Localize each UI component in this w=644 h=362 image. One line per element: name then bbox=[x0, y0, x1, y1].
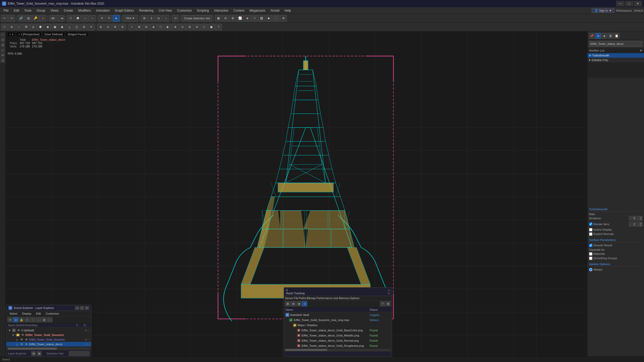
rotate-button[interactable]: ↻ bbox=[106, 15, 112, 22]
sidebar-hierarchy-button[interactable]: ⊞ bbox=[1, 43, 5, 47]
scene-explorer-display-menu[interactable]: Display bbox=[20, 312, 34, 316]
menu-graph-editors[interactable]: Graph Editors bbox=[112, 8, 136, 13]
quick-render-button[interactable]: ▶ bbox=[266, 15, 272, 22]
snap-toggle-button[interactable]: ⊞ bbox=[141, 15, 148, 22]
asset-tracking-scrollbar[interactable] bbox=[285, 349, 391, 351]
tb2-misc12[interactable]: ◼ bbox=[208, 24, 215, 30]
menu-content[interactable]: Content bbox=[231, 8, 247, 13]
select-circle-button[interactable]: ○ bbox=[89, 15, 96, 22]
scene-explorer-minimize-button[interactable]: — bbox=[75, 306, 79, 310]
tb2-snap2[interactable]: ⊙ bbox=[104, 24, 111, 30]
undo-button[interactable]: ↩ bbox=[1, 15, 8, 22]
layer-button[interactable]: ⊟ bbox=[222, 15, 229, 22]
menu-interactive[interactable]: Interactive bbox=[211, 8, 231, 13]
menu-create[interactable]: Create bbox=[61, 8, 76, 13]
tb2-btn-11[interactable]: ◫ bbox=[73, 24, 80, 30]
tb2-btn-1[interactable]: ⬡ bbox=[1, 24, 8, 30]
scene-explorer-scrollbar[interactable] bbox=[7, 348, 90, 350]
render-scene-button[interactable]: 🖼 bbox=[258, 15, 265, 22]
tb2-misc7[interactable]: ⊕ bbox=[172, 24, 178, 30]
at-item-metallic[interactable]: 🖼 Eiffel_Tower_statue_decor_Gold_Metalli… bbox=[284, 333, 392, 338]
select-region-button[interactable]: ⬢ bbox=[75, 15, 81, 22]
se-lock-button[interactable]: 🔒 bbox=[19, 317, 24, 322]
se-layer-button[interactable]: ⊟ bbox=[13, 317, 18, 322]
sidebar-modify-button[interactable]: ⊟ bbox=[1, 38, 5, 42]
sidebar-display-button[interactable]: 👁 bbox=[1, 53, 5, 58]
render-settings-button[interactable]: ⚙ bbox=[280, 15, 287, 22]
tb2-misc9[interactable]: ⊗ bbox=[186, 24, 193, 30]
at-options-menu[interactable]: Options bbox=[350, 297, 360, 300]
tb2-btn-2[interactable]: ⊛ bbox=[8, 24, 15, 30]
at-tb-btn2[interactable]: ⊟ bbox=[291, 301, 296, 306]
rp-pin-button[interactable]: 📌 bbox=[589, 33, 595, 39]
at-item-max-file[interactable]: M Eiffel_Tower_Gold_Souvenir_max_vray.ma… bbox=[284, 317, 392, 323]
at-paths-menu[interactable]: Paths bbox=[299, 297, 306, 300]
percent-snap-button[interactable]: % bbox=[155, 15, 162, 22]
tb2-misc2[interactable]: ⊞ bbox=[136, 24, 142, 30]
menu-group[interactable]: Group bbox=[34, 8, 48, 13]
object-prop-button[interactable]: ⊞ bbox=[230, 15, 236, 22]
scale-button[interactable]: ⬖ bbox=[113, 15, 120, 22]
tb2-btn-9[interactable]: ◉ bbox=[59, 24, 66, 30]
filter-dropdown[interactable]: All bbox=[49, 15, 64, 21]
expand-statue-decor[interactable]: ▷ bbox=[16, 343, 19, 346]
at-tb-btn1[interactable]: ⊞ bbox=[285, 301, 290, 306]
tb2-misc11[interactable]: ⬡ bbox=[201, 24, 207, 30]
tb2-misc5[interactable]: ⬡ bbox=[157, 24, 164, 30]
menu-file[interactable]: File bbox=[1, 8, 11, 13]
tb2-btn-7[interactable]: ◆ bbox=[44, 24, 51, 30]
explicit-normals-checkbox[interactable] bbox=[589, 232, 592, 236]
iterations-down[interactable]: ▼ bbox=[639, 218, 642, 221]
at-server-menu[interactable]: Server bbox=[285, 297, 293, 300]
asset-tracking-restore-button[interactable]: □ bbox=[388, 289, 390, 292]
menu-customize[interactable]: Customize bbox=[175, 8, 194, 13]
se-footer-icon2[interactable]: ⊕ bbox=[37, 351, 42, 356]
smoothing-groups-checkbox[interactable] bbox=[589, 257, 592, 260]
render-iters-input[interactable] bbox=[629, 222, 639, 226]
viewport-mode-tag[interactable]: + J [Perspective] bbox=[17, 32, 41, 36]
view-dropdown-button[interactable]: View ▼ bbox=[123, 15, 138, 22]
tb2-misc3[interactable]: ⧉ bbox=[143, 24, 150, 30]
redo-button[interactable]: ↪ bbox=[8, 15, 15, 22]
scene-explorer-edit-menu[interactable]: Edit bbox=[34, 312, 43, 316]
scene-tree-item-statue-decor[interactable]: ▷ 👁 👁 Eiffel_Tower_statue_decor ⚙ ○ bbox=[6, 342, 91, 347]
menu-tools[interactable]: Tools bbox=[22, 8, 34, 13]
viewport-edged-faces-tag[interactable]: [Edged Faces] bbox=[66, 32, 88, 36]
tb2-misc1[interactable]: ⌖ bbox=[128, 24, 135, 30]
se-options-button[interactable]: ⋮⋮ bbox=[47, 317, 52, 322]
render-iters-up[interactable]: ▲ bbox=[639, 222, 642, 224]
menu-views[interactable]: Views bbox=[48, 8, 61, 13]
angle-snap-button[interactable]: 3 bbox=[148, 15, 155, 22]
always-radio[interactable] bbox=[589, 268, 592, 271]
menu-help[interactable]: Help bbox=[282, 8, 294, 13]
at-item-basecolor[interactable]: 🖼 Eiffel_Tower_statue_decor_Gold_BaseCol… bbox=[284, 328, 392, 333]
sidebar-utilities-button[interactable]: ⚙ bbox=[1, 58, 5, 63]
create-selection-set-button[interactable]: Create Selection Set bbox=[182, 15, 212, 21]
iterations-up[interactable]: ▲ bbox=[639, 216, 642, 218]
wire-button[interactable]: ≈ bbox=[39, 15, 46, 22]
at-tb-btn3[interactable]: ⊕ bbox=[296, 301, 301, 306]
tb2-btn-6[interactable]: ⬟ bbox=[37, 24, 44, 30]
menu-megascans[interactable]: Megascans bbox=[247, 8, 268, 13]
select-object-button[interactable]: ⬡ bbox=[67, 15, 74, 22]
scene-tree-item-tower-object[interactable]: ▷ 👁 👁 Eiffel_Tower_Gold_Souvenir ⚙ ○ bbox=[6, 337, 91, 342]
selection-set-input[interactable] bbox=[69, 351, 89, 356]
maximize-button[interactable]: □ bbox=[625, 1, 633, 6]
close-button[interactable]: ✕ bbox=[634, 1, 642, 6]
tb2-btn-12[interactable]: ⊕ bbox=[80, 24, 87, 30]
scene-explorer-select-menu[interactable]: Select bbox=[7, 312, 20, 316]
scene-explorer-restore-button[interactable]: □ bbox=[80, 306, 84, 310]
tb2-btn-5[interactable]: ◎ bbox=[30, 24, 37, 30]
material-editor-button[interactable]: ⬡ bbox=[251, 15, 258, 22]
tb2-btn-13[interactable]: ✦ bbox=[88, 24, 94, 30]
tb2-snap3[interactable]: ⊗ bbox=[112, 24, 118, 30]
se-sort-button[interactable]: ⊞ bbox=[42, 317, 47, 322]
tb2-snap1[interactable]: ⊛ bbox=[97, 24, 104, 30]
tb2-btn-8[interactable]: ▣ bbox=[52, 24, 58, 30]
tb2-misc10[interactable]: ⊘ bbox=[193, 24, 200, 30]
expand-tower-folder[interactable]: ▼ bbox=[12, 333, 15, 336]
scene-explorer-close-button[interactable]: × bbox=[85, 306, 89, 310]
viewport-user-defined-tag[interactable]: [User Defined] bbox=[43, 32, 64, 36]
at-item-roughness[interactable]: 🖼 Eiffel_Tower_statue_decor_Gold_Roughne… bbox=[284, 343, 392, 348]
menu-rendering[interactable]: Rendering bbox=[136, 8, 156, 13]
